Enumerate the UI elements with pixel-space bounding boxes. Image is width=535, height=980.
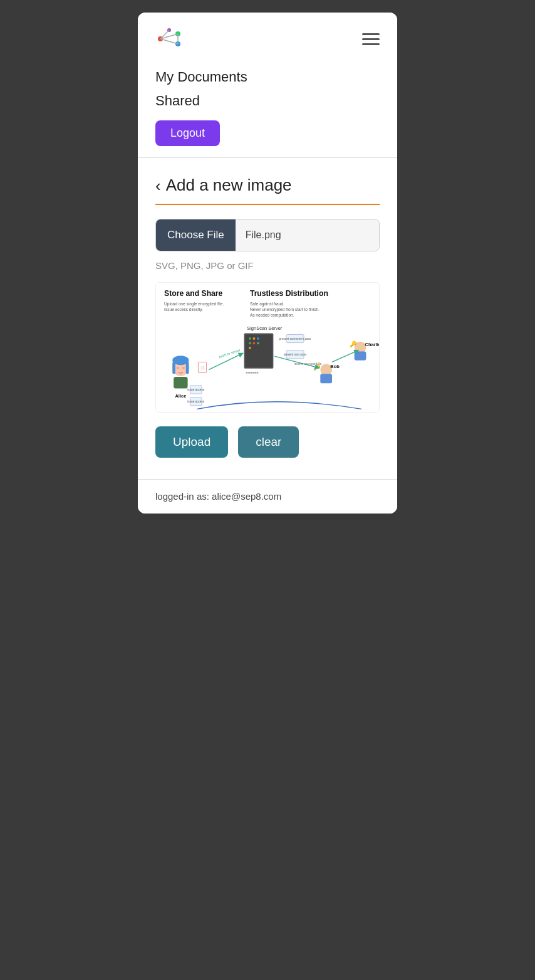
upload-button[interactable]: Upload bbox=[155, 426, 228, 458]
svg-text:Never unencrypted from start t: Never unencrypted from start to finish. bbox=[250, 307, 319, 312]
svg-point-23 bbox=[253, 342, 256, 345]
svg-point-20 bbox=[253, 337, 256, 340]
orange-divider bbox=[155, 204, 380, 205]
nav-shared[interactable]: Shared bbox=[155, 93, 380, 109]
nav-links: My Documents Shared Logout bbox=[138, 63, 397, 157]
svg-point-19 bbox=[249, 337, 251, 340]
action-buttons: Upload clear bbox=[155, 426, 380, 458]
image-preview: Store and Share Upload one single encryp… bbox=[155, 282, 380, 413]
svg-line-5 bbox=[160, 39, 178, 44]
file-name-display: File.png bbox=[236, 219, 379, 251]
svg-rect-29 bbox=[172, 362, 175, 374]
svg-text:Trustless Distribution: Trustless Distribution bbox=[250, 289, 328, 298]
logged-in-status: logged-in as: alice@sep8.com bbox=[155, 491, 281, 502]
svg-text:SignScan Server: SignScan Server bbox=[247, 325, 283, 331]
page-title: Add a new image bbox=[166, 176, 292, 195]
clear-button[interactable]: clear bbox=[238, 426, 299, 458]
header bbox=[138, 13, 397, 63]
file-types-hint: SVG, PNG, JPG or GIF bbox=[155, 260, 380, 271]
svg-rect-44 bbox=[320, 374, 332, 383]
logo-icon bbox=[155, 25, 183, 53]
nav-my-documents[interactable]: My Documents bbox=[155, 69, 380, 85]
svg-point-21 bbox=[257, 337, 259, 340]
svg-rect-48 bbox=[355, 352, 366, 361]
choose-file-button[interactable]: Choose File bbox=[156, 219, 236, 251]
back-arrow-icon[interactable]: ‹ bbox=[155, 177, 161, 194]
svg-text:receive encrypted file: receive encrypted file bbox=[294, 362, 322, 366]
svg-point-31 bbox=[177, 367, 179, 369]
svg-text:Alice: Alice bbox=[175, 393, 186, 399]
svg-text:issue access: issue access bbox=[187, 400, 204, 403]
svg-rect-30 bbox=[186, 362, 189, 374]
page-header: ‹ Add a new image bbox=[155, 176, 380, 195]
svg-rect-33 bbox=[174, 377, 187, 389]
svg-text:Safe against fraud.: Safe against fraud. bbox=[250, 302, 284, 307]
svg-text:present own pass: present own pass bbox=[284, 353, 307, 356]
svg-text:🔑: 🔑 bbox=[350, 340, 357, 348]
hamburger-menu[interactable] bbox=[362, 33, 380, 45]
footer: logged-in as: alice@sep8.com bbox=[138, 479, 397, 514]
svg-point-22 bbox=[249, 342, 251, 345]
svg-text:issue access: issue access bbox=[187, 388, 204, 391]
svg-text:Upload one single encrypted fi: Upload one single encrypted file. bbox=[164, 302, 224, 307]
logout-button[interactable]: Logout bbox=[155, 120, 220, 146]
svg-text:Store and Share: Store and Share bbox=[164, 289, 222, 298]
svg-text:Charlie: Charlie bbox=[365, 342, 379, 347]
svg-text:present someone's pass: present someone's pass bbox=[279, 337, 311, 340]
svg-point-25 bbox=[257, 342, 259, 345]
svg-text:Issue access directly.: Issue access directly. bbox=[164, 307, 203, 312]
svg-text:📄: 📄 bbox=[200, 366, 205, 371]
svg-text:■■■■■■: ■■■■■■ bbox=[246, 371, 259, 374]
main-content: ‹ Add a new image Choose File File.png S… bbox=[138, 158, 397, 479]
svg-text:As needed computation.: As needed computation. bbox=[250, 313, 294, 318]
svg-point-32 bbox=[182, 367, 185, 369]
svg-point-24 bbox=[249, 347, 251, 349]
svg-text:Bob: Bob bbox=[330, 364, 340, 369]
file-input-wrapper: Choose File File.png bbox=[155, 219, 380, 251]
